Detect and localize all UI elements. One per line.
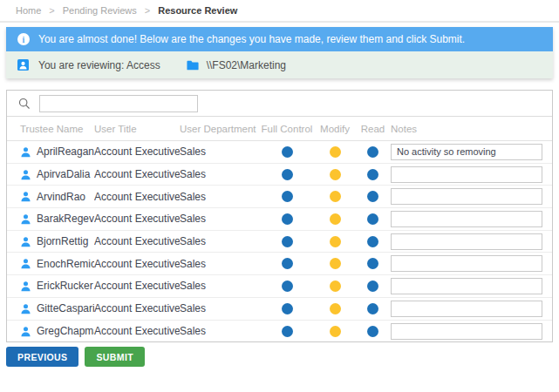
read-dot	[367, 326, 378, 337]
read-dot	[367, 303, 378, 314]
column-header-user-title: User Title	[94, 124, 180, 134]
column-header-user-department: User Department	[180, 124, 259, 134]
table-row: AprilReagan Account Executive Sales	[7, 141, 552, 164]
trustee-name: ArvindRao	[37, 191, 85, 203]
user-department: Sales	[180, 168, 259, 180]
info-banner-text: You are almost done! Below are the chang…	[38, 33, 465, 45]
notes-input[interactable]	[391, 144, 542, 160]
full-control-dot	[282, 303, 293, 314]
modify-dot	[330, 280, 341, 292]
notes-input[interactable]	[391, 301, 542, 317]
info-banner: i You are almost done! Below are the cha…	[6, 27, 553, 51]
user-title: Account Executive	[94, 280, 180, 292]
search-icon	[18, 98, 31, 110]
user-department: Sales	[180, 235, 259, 247]
reviewing-label: You are reviewing: Access	[38, 59, 160, 71]
trustee-name: EnochRemick	[37, 258, 94, 270]
trustee-name: BjornRettig	[37, 235, 88, 247]
modify-dot	[330, 146, 341, 158]
user-title: Account Executive	[94, 213, 180, 225]
table-row: GregChapman Account Executive Sales	[7, 321, 552, 343]
reviewing-path: \\FS02\Marketing	[207, 59, 286, 71]
table-header: Trustee Name User Title User Department …	[7, 117, 552, 141]
user-title: Account Executive	[94, 302, 180, 314]
full-control-dot	[282, 213, 293, 225]
user-title: Account Executive	[94, 325, 180, 337]
banner-stack: i You are almost done! Below are the cha…	[6, 27, 553, 78]
full-control-dot	[282, 191, 293, 202]
person-icon	[20, 146, 31, 158]
trustee-name: GregChapman	[37, 325, 94, 337]
read-dot	[367, 280, 378, 292]
table-row: BarakRegev Account Executive Sales	[7, 208, 552, 231]
read-dot	[367, 258, 378, 269]
trustee-name: ErickRucker	[37, 280, 93, 292]
modify-dot	[330, 169, 341, 180]
table-row: ArvindRao Account Executive Sales	[7, 186, 552, 208]
modify-dot	[330, 258, 341, 269]
column-header-trustee-name: Trustee Name	[14, 124, 94, 134]
folder-icon	[187, 60, 199, 71]
person-icon	[20, 169, 31, 180]
user-title: Account Executive	[94, 258, 180, 270]
user-department: Sales	[180, 258, 259, 270]
full-control-dot	[282, 169, 293, 180]
user-department: Sales	[180, 325, 259, 337]
notes-input[interactable]	[391, 323, 542, 340]
read-dot	[367, 146, 378, 158]
notes-input[interactable]	[391, 211, 542, 227]
user-title: Account Executive	[94, 168, 180, 180]
person-icon	[20, 326, 31, 337]
read-dot	[367, 191, 378, 202]
notes-input[interactable]	[391, 255, 542, 272]
full-control-dot	[282, 258, 293, 269]
modify-dot	[330, 191, 341, 202]
info-icon: i	[17, 33, 30, 45]
notes-input[interactable]	[391, 233, 542, 250]
search-row	[7, 91, 552, 117]
full-control-dot	[282, 280, 293, 292]
table-row: BjornRettig Account Executive Sales	[7, 231, 552, 253]
trustee-name: BarakRegev	[37, 213, 94, 225]
column-header-read: Read	[355, 124, 391, 134]
full-control-dot	[282, 146, 293, 158]
read-dot	[367, 169, 378, 180]
person-icon	[20, 303, 31, 314]
breadcrumb-separator: >	[49, 5, 54, 16]
user-title: Account Executive	[94, 235, 180, 247]
modify-dot	[330, 213, 341, 225]
user-department: Sales	[180, 213, 259, 225]
breadcrumb-pending-reviews[interactable]: Pending Reviews	[63, 5, 137, 16]
user-department: Sales	[180, 280, 259, 292]
person-icon	[20, 213, 31, 225]
table-row: EnochRemick Account Executive Sales	[7, 253, 552, 275]
column-header-modify: Modify	[315, 124, 355, 134]
search-input[interactable]	[39, 95, 198, 112]
user-title: Account Executive	[94, 145, 180, 158]
modify-dot	[330, 326, 341, 337]
person-icon	[20, 258, 31, 269]
action-bar: PREVIOUS SUBMIT	[6, 347, 553, 367]
notes-input[interactable]	[391, 188, 542, 205]
person-icon	[20, 191, 31, 202]
user-department: Sales	[180, 145, 259, 158]
read-dot	[367, 236, 378, 247]
submit-button[interactable]: SUBMIT	[85, 347, 145, 367]
reviewing-banner: You are reviewing: Access \\FS02\Marketi…	[6, 51, 553, 78]
modify-dot	[330, 236, 341, 247]
table-row: ApirvaDalia Account Executive Sales	[7, 164, 552, 186]
notes-input[interactable]	[391, 166, 542, 183]
modify-dot	[330, 303, 341, 314]
breadcrumb-resource-review: Resource Review	[158, 5, 237, 16]
column-header-full-control: Full Control	[259, 124, 315, 134]
notes-input[interactable]	[391, 278, 542, 294]
breadcrumb: Home > Pending Reviews > Resource Review	[0, 0, 559, 23]
previous-button[interactable]: PREVIOUS	[6, 347, 78, 367]
table-row: GitteCasparij Account Executive Sales	[7, 298, 552, 321]
breadcrumb-home[interactable]: Home	[16, 5, 41, 16]
full-control-dot	[282, 326, 293, 337]
full-control-dot	[282, 236, 293, 247]
read-dot	[367, 213, 378, 225]
table-row: ErickRucker Account Executive Sales	[7, 275, 552, 298]
user-department: Sales	[180, 191, 259, 203]
